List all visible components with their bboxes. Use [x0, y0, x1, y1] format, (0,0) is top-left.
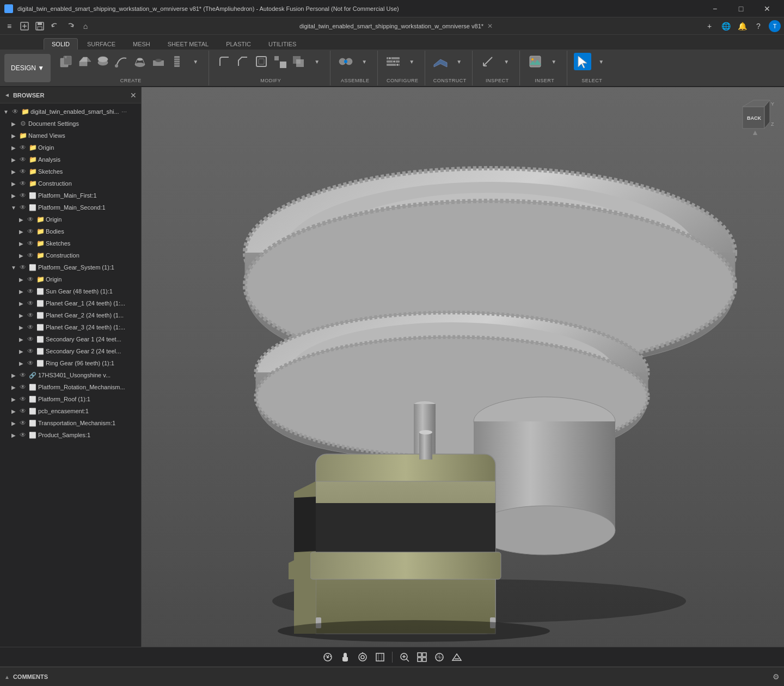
tree-expand-construction2[interactable]: ▶ [17, 252, 25, 259]
tree-item-sun-gear[interactable]: ▶ 👁 ⬜ Sun Gear (48 teeth) (1):1 [0, 285, 141, 297]
configure-more[interactable]: ▼ [403, 53, 420, 70]
tree-eye-origin3[interactable]: 👁 [26, 275, 35, 284]
design-button[interactable]: DESIGN ▼ [4, 54, 51, 82]
undo-button[interactable] [48, 19, 62, 33]
create-extrude[interactable] [76, 53, 93, 70]
tab-surface[interactable]: SURFACE [79, 38, 124, 50]
tree-root-options[interactable]: ⋯ [121, 109, 127, 115]
tree-eye-pgs[interactable]: 👁 [19, 263, 27, 272]
nav-perspective-icon[interactable] [449, 650, 464, 665]
tree-eye-pcb[interactable]: 👁 [19, 407, 27, 415]
cloud-button[interactable]: 🌐 [719, 19, 733, 33]
browser-collapse-icon[interactable]: ◄ [4, 92, 10, 98]
tab-plastic[interactable]: PLASTIC [218, 38, 259, 50]
tree-expand-pg2[interactable]: ▶ [17, 311, 25, 319]
select-more[interactable]: ▼ [592, 53, 610, 70]
tree-eye-pg2[interactable]: 👁 [26, 311, 35, 320]
create-sweep[interactable] [113, 53, 130, 70]
tree-item-origin1[interactable]: ▶ 👁 📁 Origin [0, 142, 141, 154]
nav-orbit-icon[interactable] [320, 650, 335, 665]
tree-eye-sg2[interactable]: 👁 [26, 347, 35, 356]
tree-expand-pg3[interactable]: ▶ [17, 323, 25, 331]
assemble-more[interactable]: ▼ [356, 53, 373, 70]
tree-expand-doc[interactable]: ▶ [10, 120, 17, 127]
tree-eye-construction2[interactable]: 👁 [26, 251, 35, 260]
tree-item-bodies[interactable]: ▶ 👁 📁 Bodies [0, 225, 141, 237]
inspect-more[interactable]: ▼ [498, 53, 515, 70]
tree-item-construction1[interactable]: ▶ 👁 📁 Construction [0, 177, 141, 189]
tree-expand-origin2[interactable]: ▶ [17, 216, 25, 223]
tree-expand-origin1[interactable]: ▶ [10, 144, 17, 151]
modify-combine[interactable] [290, 53, 307, 70]
tree-expand-pms[interactable]: ▼ [10, 204, 17, 211]
tree-item-secondary-gear-2[interactable]: ▶ 👁 ⬜ Secondary Gear 2 (24 teel... [0, 345, 141, 357]
tree-item-platform-main-second[interactable]: ▼ 👁 ⬜ Platform_Main_Second:1 [0, 201, 141, 213]
tree-eye-proofx[interactable]: 👁 [19, 395, 27, 403]
home-button[interactable]: ⌂ [78, 19, 93, 33]
minimize-button[interactable]: − [702, 0, 727, 17]
tree-expand-sketches1[interactable]: ▶ [10, 168, 17, 175]
tree-expand-17hs[interactable]: ▶ [10, 371, 17, 379]
tree-eye-pms[interactable]: 👁 [19, 203, 27, 212]
tree-eye-transport[interactable]: 👁 [19, 419, 27, 427]
tree-item-planet-gear-1[interactable]: ▶ 👁 ⬜ Planet Gear_1 (24 teeth) (1:... [0, 297, 141, 309]
tree-item-origin2[interactable]: ▶ 👁 📁 Origin [0, 213, 141, 225]
tree-eye-sketches1[interactable]: 👁 [19, 167, 27, 176]
insert-decal[interactable] [526, 53, 544, 70]
browser-close-icon[interactable]: ✕ [130, 91, 137, 100]
tree-eye-origin2[interactable]: 👁 [26, 215, 35, 224]
tree-expand-bodies[interactable]: ▶ [17, 228, 25, 235]
tree-eye-analysis[interactable]: 👁 [19, 155, 27, 164]
tree-eye-root[interactable]: 👁 [11, 107, 20, 116]
viewport[interactable]: // This won't run in SVG context, teeth … [142, 87, 784, 647]
tree-item-planet-gear-2[interactable]: ▶ 👁 ⬜ Planet Gear_2 (24 teeth) (1... [0, 309, 141, 321]
tab-mesh[interactable]: MESH [125, 38, 158, 50]
tree-item-transportation[interactable]: ▶ 👁 ⬜ Transportation_Mechanism:1 [0, 417, 141, 429]
nav-zoom-fit-icon[interactable] [372, 650, 388, 665]
tree-expand-pmf[interactable]: ▶ [10, 192, 17, 199]
tree-expand-sg1[interactable]: ▶ [17, 335, 25, 343]
nav-render-icon[interactable] [432, 650, 447, 665]
tree-item-analysis[interactable]: ▶ 👁 📁 Analysis [0, 154, 141, 166]
tab-utilities[interactable]: UTILITIES [260, 38, 304, 50]
tree-item-platform-gear-system[interactable]: ▼ 👁 ⬜ Platform_Gear_System (1):1 [0, 261, 141, 273]
tree-eye-pmf[interactable]: 👁 [19, 191, 27, 200]
nav-grid-icon[interactable] [414, 650, 430, 665]
tree-eye-pg3[interactable]: 👁 [26, 323, 35, 332]
modify-fillet[interactable] [216, 53, 233, 70]
hamburger-menu[interactable]: ≡ [2, 19, 16, 33]
tree-expand-pcb[interactable]: ▶ [10, 407, 17, 415]
tree-expand-root[interactable]: ▼ [2, 108, 10, 115]
tree-item-planet-gear-3[interactable]: ▶ 👁 ⬜ Planet Gear_3 (24 teeth) (1:... [0, 321, 141, 333]
comments-expand-icon[interactable]: ▲ [4, 674, 10, 680]
tree-eye-ring-gear[interactable]: 👁 [26, 359, 35, 367]
help-button[interactable]: ? [751, 19, 765, 33]
tree-item-platform-main-first[interactable]: ▶ 👁 ⬜ Platform_Main_First:1 [0, 189, 141, 201]
tree-item-ring-gear[interactable]: ▶ 👁 ⬜ Ring Gear (96 teeth) (1):1 [0, 357, 141, 369]
configure-parameters[interactable] [384, 53, 402, 70]
tree-expand-sun-gear[interactable]: ▶ [17, 287, 25, 295]
tree-item-sketches1[interactable]: ▶ 👁 📁 Sketches [0, 166, 141, 177]
nav-pan-icon[interactable] [338, 650, 353, 665]
save-button[interactable] [33, 19, 47, 33]
tree-expand-sg2[interactable]: ▶ [17, 347, 25, 355]
tree-expand-analysis[interactable]: ▶ [10, 156, 17, 163]
close-button[interactable]: ✕ [755, 0, 780, 17]
tree-expand-pg1[interactable]: ▶ [17, 299, 25, 307]
tree-eye-construction1[interactable]: 👁 [19, 179, 27, 188]
tab-close-btn[interactable]: ✕ [485, 21, 495, 32]
tree-expand-origin3[interactable]: ▶ [17, 275, 25, 283]
tree-item-doc-settings[interactable]: ▶ ⚙ Document Settings [0, 118, 141, 130]
notification-button[interactable]: 🔔 [735, 19, 749, 33]
tree-expand-ring-gear[interactable]: ▶ [17, 359, 25, 367]
tree-eye-ps[interactable]: 👁 [19, 431, 27, 439]
tree-eye-sun-gear[interactable]: 👁 [26, 287, 35, 296]
tree-eye-origin1[interactable]: 👁 [19, 143, 27, 152]
assemble-joint[interactable] [337, 53, 354, 70]
nav-zoom-icon[interactable] [397, 650, 412, 665]
tree-item-construction2[interactable]: ▶ 👁 📁 Construction [0, 249, 141, 261]
tree-expand-named-views[interactable]: ▶ [10, 132, 17, 139]
tree-item-origin3[interactable]: ▶ 👁 📁 Origin [0, 273, 141, 285]
user-button[interactable]: T [768, 19, 782, 33]
tree-eye-sketches2[interactable]: 👁 [26, 239, 35, 248]
